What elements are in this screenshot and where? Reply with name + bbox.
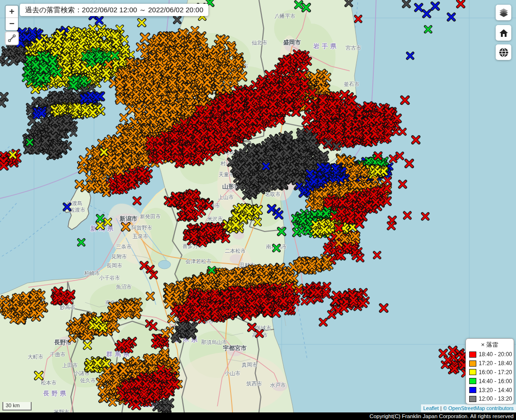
legend-entry: 17:20 - 18:40: [469, 359, 510, 368]
legend-swatch: [469, 360, 476, 367]
legend-swatch: [469, 369, 476, 375]
map-canvas[interactable]: 八幡平市盛岡市仙北市宮古市大仙市遠野市釜石市奥州市大船渡市気仙沼市尾花沢市村山市…: [0, 0, 516, 412]
home-icon: [499, 28, 508, 38]
measure-button[interactable]: [5, 31, 19, 45]
attribution: Leaflet | © OpenStreetMap contributors: [421, 404, 516, 412]
legend-label: 17:20 - 18:40: [479, 360, 512, 367]
legend-entry: 18:40 - 20:00: [469, 350, 510, 359]
leaflet-link[interactable]: Leaflet: [423, 405, 439, 411]
legend-label: 13:20 - 14:40: [479, 387, 512, 394]
legend-swatch: [469, 396, 476, 402]
layers-icon: [499, 8, 509, 18]
legend-label: 14:40 - 16:00: [479, 378, 512, 385]
copyright-bar: Copyright(C) Franklin Japan Corporation.…: [0, 412, 516, 420]
legend-title: × 落雷: [469, 341, 510, 349]
legend-swatch: [469, 378, 476, 384]
legend-swatch: [469, 351, 476, 358]
legend-swatch: [469, 387, 476, 393]
legend-label: 12:00 - 13:20: [479, 395, 512, 402]
search-title-bar: 過去の落雷検索：2022/06/02 12:00 ～ 2022/06/02 20…: [20, 4, 208, 16]
layers-button[interactable]: [496, 5, 511, 20]
measure-ruler-icon: [8, 34, 16, 43]
lightning-strikes-layer: [0, 0, 516, 412]
legend-entry: 13:20 - 14:40: [469, 386, 510, 394]
legend-entry: 14:40 - 16:00: [469, 377, 510, 386]
zoom-control: + −: [5, 5, 19, 31]
legend-panel: × 落雷 18:40 - 20:0017:20 - 18:4016:00 - 1…: [465, 338, 514, 404]
legend-label: 18:40 - 20:00: [479, 351, 512, 358]
legend-entry: 16:00 - 17:20: [469, 368, 510, 377]
zoom-out-button[interactable]: −: [6, 18, 18, 30]
globe-icon: [499, 47, 509, 58]
scale-bar: 30 km: [2, 402, 32, 411]
zoom-in-button[interactable]: +: [6, 6, 18, 18]
legend-label: 16:00 - 17:20: [479, 369, 512, 376]
legend-entry: 12:00 - 13:20: [469, 394, 510, 403]
home-button[interactable]: [496, 25, 511, 41]
globe-button[interactable]: [496, 44, 511, 60]
osm-link[interactable]: © OpenStreetMap contributors: [443, 405, 514, 411]
